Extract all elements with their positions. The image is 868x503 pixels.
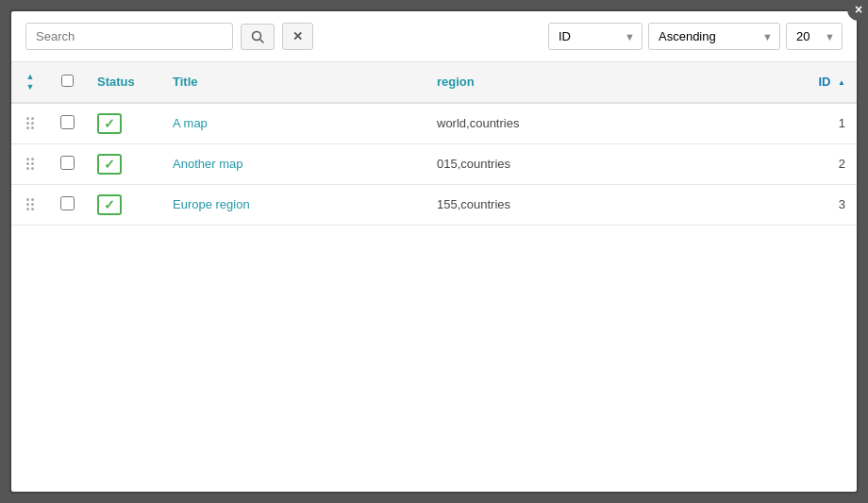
drag-dots-row3 — [26, 167, 34, 170]
select-all-checkbox[interactable] — [61, 75, 74, 87]
drag-handle[interactable] — [23, 196, 38, 212]
th-status[interactable]: Status — [86, 62, 161, 103]
id-col-label: ID — [818, 75, 830, 89]
drag-handle[interactable] — [23, 115, 38, 131]
drag-dot — [26, 167, 29, 170]
close-icon: × — [855, 2, 862, 17]
region-col-label: region — [437, 75, 475, 89]
drag-dot — [26, 122, 29, 125]
search-button[interactable] — [241, 24, 275, 50]
row-checkbox-cell — [49, 103, 86, 144]
id-cell: 2 — [800, 143, 857, 184]
drag-dot — [31, 208, 34, 210]
sort-up-icon: ▲ — [26, 72, 35, 82]
drag-dot — [31, 122, 34, 125]
status-col-label: Status — [97, 75, 135, 89]
id-sort-icon: ▲ — [838, 79, 845, 87]
th-title[interactable]: Title — [161, 62, 426, 103]
row-checkbox[interactable] — [60, 196, 75, 210]
status-cell: ✓ — [86, 184, 161, 225]
drag-dot — [26, 162, 29, 165]
region-cell: 155,countries — [426, 184, 800, 225]
id-sort-up-icon: ▲ — [838, 79, 845, 87]
title-cell: Another map — [161, 143, 426, 184]
status-cell: ✓ — [86, 143, 161, 184]
table-row: ✓ Another map 015,countries 2 — [11, 143, 857, 184]
drag-dot — [31, 203, 34, 206]
drag-dots-row3 — [26, 208, 34, 210]
table-container: ▲ ▼ Status Title region — [11, 62, 857, 492]
region-cell: 015,countries — [426, 143, 800, 184]
row-checkbox[interactable] — [60, 156, 75, 170]
drag-dot — [31, 167, 34, 170]
drag-dot — [31, 126, 34, 129]
table-header-row: ▲ ▼ Status Title region — [11, 62, 857, 103]
clear-button[interactable]: ✕ — [282, 23, 313, 50]
sort-down-icon: ▼ — [26, 82, 35, 92]
clear-icon: ✕ — [292, 29, 303, 43]
id-cell: 1 — [800, 103, 857, 144]
search-input[interactable] — [25, 23, 233, 50]
region-cell: world,countries — [426, 103, 800, 144]
data-table: ▲ ▼ Status Title region — [11, 62, 857, 226]
row-checkbox-cell — [49, 143, 86, 184]
drag-cell — [11, 143, 49, 184]
drag-dot — [31, 162, 34, 165]
modal-container: × ✕ ID Title Status Region ▼ — [9, 9, 859, 494]
drag-dot — [26, 126, 29, 129]
drag-dots-row3 — [26, 126, 34, 129]
drag-cell — [11, 103, 49, 144]
row-checkbox[interactable] — [60, 115, 75, 129]
drag-dot — [31, 198, 34, 201]
row-checkbox-cell — [49, 184, 86, 225]
sort-order-select[interactable]: Ascending Descending — [648, 23, 780, 50]
sort-order-wrapper: Ascending Descending ▼ — [648, 23, 780, 50]
drag-dot — [31, 158, 34, 160]
status-cell: ✓ — [86, 103, 161, 144]
status-badge: ✓ — [97, 194, 122, 215]
title-cell: A map — [161, 103, 426, 144]
drag-dot — [26, 203, 29, 206]
drag-dots-row1 — [26, 198, 34, 201]
th-region[interactable]: region — [426, 62, 800, 103]
drag-dots-row2 — [26, 162, 34, 165]
close-button[interactable]: × — [847, 0, 868, 21]
svg-line-1 — [260, 39, 264, 42]
drag-handle[interactable] — [23, 156, 38, 172]
th-checkbox[interactable] — [49, 62, 86, 103]
drag-dot — [31, 117, 34, 120]
toolbar: ✕ ID Title Status Region ▼ Ascending Des… — [11, 11, 857, 62]
title-link[interactable]: A map — [173, 116, 208, 130]
title-cell: Europe region — [161, 184, 426, 225]
drag-dots-row2 — [26, 203, 34, 206]
title-link[interactable]: Another map — [173, 157, 242, 171]
status-badge: ✓ — [97, 154, 122, 175]
search-icon — [251, 30, 264, 43]
drag-cell — [11, 184, 49, 225]
drag-dot — [26, 208, 29, 210]
title-col-label: Title — [173, 75, 198, 89]
sort-field-wrapper: ID Title Status Region ▼ — [548, 23, 643, 50]
drag-dot — [26, 198, 29, 201]
status-badge: ✓ — [97, 113, 122, 134]
th-order[interactable]: ▲ ▼ — [11, 62, 49, 103]
drag-dots-row1 — [26, 158, 34, 160]
sort-controls: ID Title Status Region ▼ Ascending Desce… — [548, 23, 843, 50]
title-link[interactable]: Europe region — [173, 197, 250, 211]
id-cell: 3 — [800, 184, 857, 225]
page-size-wrapper: 10 20 50 100 ▼ — [786, 23, 843, 50]
table-row: ✓ Europe region 155,countries 3 — [11, 184, 857, 225]
drag-dots-row1 — [26, 117, 34, 120]
table-row: ✓ A map world,countries 1 — [11, 103, 857, 144]
th-id[interactable]: ID ▲ — [800, 62, 857, 103]
drag-dots-row2 — [26, 122, 34, 125]
table-body: ✓ A map world,countries 1 — [11, 103, 857, 226]
sort-field-select[interactable]: ID Title Status Region — [548, 23, 643, 50]
page-size-select[interactable]: 10 20 50 100 — [786, 23, 843, 50]
drag-dot — [26, 158, 29, 160]
drag-dot — [26, 117, 29, 120]
